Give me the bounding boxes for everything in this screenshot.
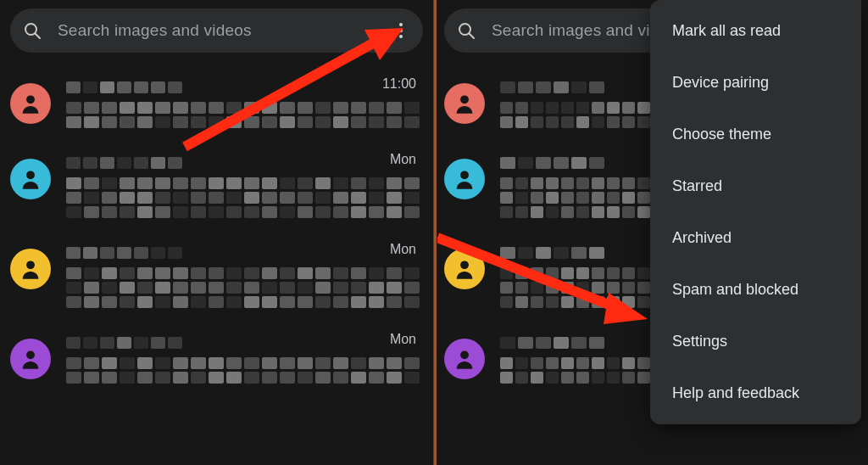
search-bar[interactable]: Search images and videos (10, 8, 423, 53)
menu-item-mark-all-as-read[interactable]: Mark all as read (650, 5, 861, 57)
overflow-menu: Mark all as readDevice pairingChoose the… (650, 0, 861, 424)
menu-item-help-and-feedback[interactable]: Help and feedback (650, 367, 861, 419)
svg-point-4 (26, 261, 35, 269)
svg-point-13 (460, 350, 469, 359)
message-preview-redacted (66, 267, 371, 308)
message-preview-redacted (500, 267, 661, 308)
conversation-row[interactable]: Mon (0, 230, 433, 320)
conversation-row[interactable]: Mon (0, 320, 433, 395)
contact-name-redacted (66, 157, 168, 169)
avatar (10, 83, 51, 124)
contact-name-redacted (66, 81, 168, 93)
conversation-row[interactable]: Mon (0, 140, 433, 230)
conversation-time: Mon (390, 152, 416, 167)
contact-name-redacted (66, 247, 168, 259)
message-preview-redacted (500, 177, 661, 218)
contact-name-redacted (500, 157, 593, 169)
conversation-row[interactable]: 11:00 (0, 64, 433, 140)
svg-line-1 (36, 34, 41, 39)
contact-name-redacted (66, 337, 168, 349)
avatar (444, 339, 485, 379)
menu-item-spam-and-blocked[interactable]: Spam and blocked (650, 264, 861, 316)
conversation-time: 11:00 (382, 76, 416, 92)
svg-point-5 (26, 350, 35, 359)
menu-item-device-pairing[interactable]: Device pairing (650, 57, 861, 109)
contact-name-redacted (500, 247, 593, 259)
message-preview-redacted (500, 102, 661, 128)
svg-point-11 (460, 171, 469, 179)
screenshot-after: Search images and videos Mark all as rea… (434, 0, 868, 465)
menu-item-archived[interactable]: Archived (650, 212, 861, 264)
message-preview-redacted (66, 357, 371, 384)
svg-point-3 (26, 171, 35, 179)
conversation-time: Mon (390, 332, 416, 347)
panel-divider (434, 0, 437, 465)
svg-point-10 (460, 95, 469, 104)
avatar (444, 249, 485, 289)
more-menu-button[interactable] (391, 20, 411, 41)
conversation-list: 11:00MonMonMon (0, 64, 433, 395)
message-preview-redacted (66, 177, 371, 218)
contact-name-redacted (500, 81, 593, 93)
message-preview-redacted (66, 102, 371, 128)
menu-item-settings[interactable]: Settings (650, 316, 861, 367)
menu-item-choose-theme[interactable]: Choose theme (650, 109, 861, 160)
search-icon (22, 20, 42, 41)
svg-line-9 (470, 34, 475, 39)
search-placeholder: Search images and videos (58, 21, 391, 40)
message-preview-redacted (500, 357, 661, 384)
avatar (10, 159, 51, 199)
menu-item-starred[interactable]: Starred (650, 160, 861, 212)
avatar (10, 249, 51, 289)
svg-point-2 (26, 95, 35, 104)
avatar (444, 159, 485, 199)
screenshot-before: Search images and videos 11:00MonMonMon (0, 0, 434, 465)
search-icon (456, 20, 476, 41)
conversation-time: Mon (390, 242, 416, 257)
avatar (10, 339, 51, 379)
svg-point-12 (460, 261, 469, 269)
contact-name-redacted (500, 337, 593, 349)
avatar (444, 83, 485, 124)
